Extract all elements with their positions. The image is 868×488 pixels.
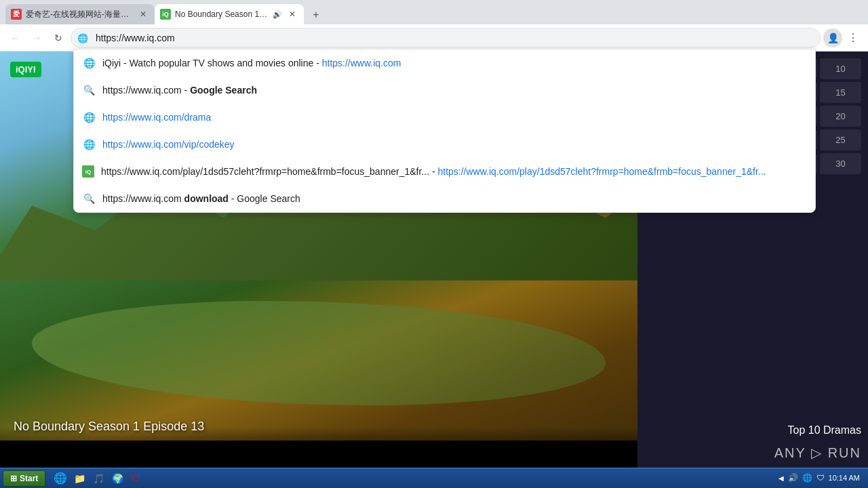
anyrun-watermark: ANY ▷ RUN bbox=[644, 445, 861, 461]
system-tray: ◀ 🔊 🌐 🛡 10:14 AM bbox=[773, 473, 865, 483]
autocomplete-item-3[interactable]: 🌐 https://www.iq.com/drama bbox=[74, 104, 815, 131]
search-icon-2: 🔍 bbox=[82, 192, 96, 205]
taskbar-icons: 🌐 📁 🎵 🌍 🛡 bbox=[52, 470, 144, 487]
address-bar[interactable] bbox=[71, 28, 821, 48]
autocomplete-item-1[interactable]: 🌐 iQiyi - Watch popular TV shows and mov… bbox=[74, 49, 815, 77]
tab1-title: 爱奇艺-在线视频网站-海量正版高清 bbox=[26, 9, 133, 20]
security-icon[interactable]: 🛡 bbox=[816, 473, 825, 483]
autocomplete-text-2: https://www.iq.com - Google Search bbox=[102, 85, 807, 96]
tab2-audio-icon: 🔊 bbox=[273, 10, 282, 19]
search-icon-1: 🔍 bbox=[82, 83, 96, 97]
autocomplete-text-4: https://www.iq.com/vip/codekey bbox=[102, 139, 807, 150]
tab-bar: 爱 爱奇艺-在线视频网站-海量正版高清 ✕ iQ No Boundary Sea… bbox=[0, 0, 868, 24]
video-title: No Boundary Season 1 Episode 13 bbox=[14, 420, 204, 434]
iqiyi-logo: iQIYI bbox=[10, 62, 41, 77]
windows-icon: ⊞ bbox=[10, 474, 17, 483]
tab2-title: No Boundary Season 1 Episode... bbox=[175, 9, 269, 19]
address-bar-container: 🌐 bbox=[71, 28, 821, 48]
episode-btn-10[interactable]: 10 bbox=[820, 58, 861, 79]
autocomplete-item-2[interactable]: 🔍 https://www.iq.com - Google Search bbox=[74, 77, 815, 104]
tab2-favicon: iQ bbox=[160, 9, 171, 20]
tab1-favicon: 爱 bbox=[11, 9, 22, 20]
new-tab-button[interactable]: + bbox=[307, 5, 326, 24]
globe-icon-3: 🌐 bbox=[82, 138, 96, 151]
nav-right: 👤 ⋮ bbox=[823, 28, 863, 47]
episode-btn-15[interactable]: 15 bbox=[820, 82, 861, 103]
globe-icon-1: 🌐 bbox=[82, 56, 96, 70]
iqiyi-favicon-icon: iQ bbox=[82, 165, 94, 178]
autocomplete-text-6: https://www.iq.com download - Google Sea… bbox=[102, 193, 807, 204]
tab-1[interactable]: 爱 爱奇艺-在线视频网站-海量正版高清 ✕ bbox=[5, 4, 155, 24]
explorer-icon[interactable]: 📁 bbox=[71, 470, 87, 487]
autocomplete-item-5[interactable]: iQ https://www.iq.com/play/1dsd57cleht?f… bbox=[74, 158, 815, 185]
volume-icon[interactable]: 🔊 bbox=[788, 473, 798, 483]
tab2-close[interactable]: ✕ bbox=[286, 8, 298, 20]
episode-btn-30[interactable]: 30 bbox=[820, 153, 861, 174]
taskbar: ⊞ Start 🌐 📁 🎵 🌍 🛡 ◀ 🔊 🌐 🛡 10:14 AM bbox=[0, 468, 868, 488]
autocomplete-dropdown: 🌐 iQiyi - Watch popular TV shows and mov… bbox=[73, 49, 816, 213]
tab-2[interactable]: iQ No Boundary Season 1 Episode... 🔊 ✕ bbox=[155, 4, 304, 24]
autocomplete-text-1: iQiyi - Watch popular TV shows and movie… bbox=[102, 58, 807, 68]
video-controls-bar bbox=[0, 441, 637, 468]
autocomplete-item-4[interactable]: 🌐 https://www.iq.com/vip/codekey bbox=[74, 131, 815, 158]
network-icon[interactable]: 🌐 bbox=[802, 473, 812, 483]
clock-display: 10:14 AM bbox=[829, 473, 860, 483]
globe-icon-2: 🌐 bbox=[82, 110, 96, 124]
start-button[interactable]: ⊞ Start bbox=[3, 470, 45, 487]
profile-button[interactable]: 👤 bbox=[823, 28, 842, 47]
browser-menu-button[interactable]: ⋮ bbox=[844, 28, 863, 47]
tab1-close[interactable]: ✕ bbox=[137, 8, 149, 20]
tray-arrow[interactable]: ◀ bbox=[778, 474, 784, 482]
top10-label: Top 10 Dramas bbox=[644, 418, 861, 436]
autocomplete-text-3: https://www.iq.com/drama bbox=[102, 112, 807, 123]
episode-btn-20[interactable]: 20 bbox=[820, 106, 861, 127]
antivirus-icon[interactable]: 🛡 bbox=[128, 470, 144, 487]
autocomplete-item-6[interactable]: 🔍 https://www.iq.com download - Google S… bbox=[74, 185, 815, 212]
media-icon[interactable]: 🎵 bbox=[90, 470, 106, 487]
ie-icon[interactable]: 🌐 bbox=[52, 470, 68, 487]
nav-bar: ← → ↻ 🌐 👤 ⋮ bbox=[0, 24, 868, 52]
refresh-button[interactable]: ↻ bbox=[49, 28, 68, 47]
autocomplete-text-5: https://www.iq.com/play/1dsd57cleht?frmr… bbox=[101, 166, 807, 177]
episode-btn-25[interactable]: 25 bbox=[820, 129, 861, 150]
chrome-icon[interactable]: 🌍 bbox=[109, 470, 125, 487]
address-icon: 🌐 bbox=[77, 33, 88, 43]
start-label: Start bbox=[20, 474, 38, 483]
forward-button[interactable]: → bbox=[27, 28, 46, 47]
back-button[interactable]: ← bbox=[5, 28, 24, 47]
